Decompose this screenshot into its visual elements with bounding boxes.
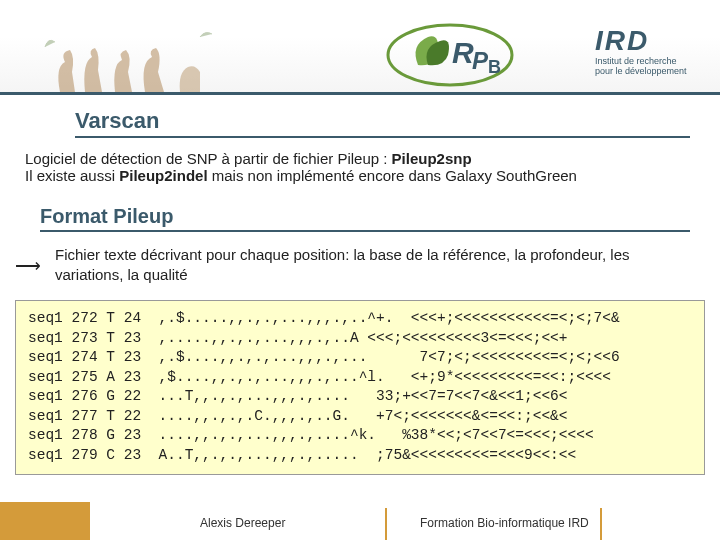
- desc-line2a: Il existe aussi: [25, 167, 119, 184]
- ird-sub2: pour le développement: [595, 67, 705, 77]
- pileup-code-sample: seq1 272 T 24 ,.$.....,,.,.,...,,,.,..^+…: [15, 300, 705, 475]
- footer-divider: [385, 508, 387, 540]
- footer-divider: [600, 508, 602, 540]
- code-line: seq1 272 T 24 ,.$.....,,.,.,...,,,.,..^+…: [28, 310, 620, 326]
- tool-pileup2snp: Pileup2snp: [392, 150, 472, 167]
- ird-label: IRD: [595, 25, 705, 57]
- code-line: seq1 274 T 23 ,.$....,,.,.,...,,,.,... 7…: [28, 349, 620, 365]
- rpb-logo-icon: R P B: [380, 15, 520, 90]
- slide-footer: Alexis Dereeper Formation Bio-informatiq…: [0, 502, 720, 540]
- code-line: seq1 275 A 23 ,$....,,.,.,...,,,.,...^l.…: [28, 369, 611, 385]
- code-line: seq1 273 T 23 ,.....,,.,.,...,,,.,..A <<…: [28, 330, 568, 346]
- silhouette-people-icon: [40, 22, 220, 92]
- code-line: seq1 276 G 22 ...T,,.,.,...,,,.,.... 33;…: [28, 388, 568, 404]
- page-title: Varscan: [75, 108, 690, 138]
- varscan-description: Logiciel de détection de SNP à partir de…: [25, 150, 695, 184]
- desc-line2b: mais non implémenté encore dans Galaxy S…: [208, 167, 577, 184]
- desc-pre: Logiciel de détection de SNP à partir de…: [25, 150, 392, 167]
- tool-pileup2indel: Pileup2indel: [119, 167, 207, 184]
- footer-author: Alexis Dereeper: [200, 516, 285, 530]
- section-title-format-pileup: Format Pileup: [40, 205, 690, 232]
- footer-accent: [0, 502, 90, 540]
- slide-header: R P B IRD Institut de recherche pour le …: [0, 0, 720, 95]
- pileup-description: Fichier texte décrivant pour chaque posi…: [55, 245, 695, 286]
- footer-gap: [90, 502, 96, 540]
- code-line: seq1 278 G 23 ....,,.,.,...,,,.,....^k. …: [28, 427, 594, 443]
- svg-text:P: P: [472, 47, 489, 74]
- code-line: seq1 279 C 23 A..T,,.,.,...,,,.,..... ;7…: [28, 447, 576, 463]
- svg-text:R: R: [452, 36, 474, 69]
- code-line: seq1 277 T 22 ....,,.,.,.C.,,,.,..G. +7<…: [28, 408, 568, 424]
- svg-text:B: B: [488, 57, 501, 77]
- arrow-icon: ⟶: [15, 255, 41, 277]
- footer-course: Formation Bio-informatique IRD: [420, 516, 589, 530]
- ird-logo: IRD Institut de recherche pour le dévelo…: [595, 25, 705, 75]
